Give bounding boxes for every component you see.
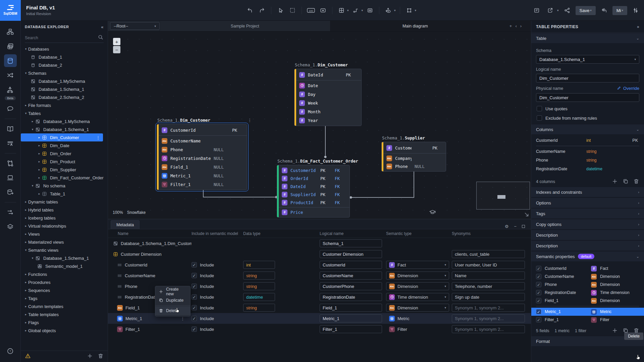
chevron-right-icon[interactable]: ▸ — [37, 144, 42, 147]
override-link[interactable]: Override — [617, 86, 639, 91]
chevron-right-icon[interactable]: ▸ — [37, 168, 42, 171]
share-icon[interactable] — [562, 5, 572, 15]
add-object-icon[interactable] — [87, 353, 93, 360]
next-diagram-icon[interactable]: › — [520, 23, 522, 28]
chevron-right-icon[interactable]: ▸ — [23, 240, 28, 244]
chevron-down-icon[interactable]: ▾ — [30, 128, 35, 131]
synonyms-field[interactable]: Name — [452, 272, 525, 280]
physical-name-field[interactable]: Dim_Customer — [536, 93, 639, 102]
tables-icon[interactable] — [4, 40, 17, 53]
metadata-maximize-icon[interactable] — [522, 225, 525, 228]
use-quotes-checkbox[interactable]: Use quotes — [537, 106, 639, 111]
sidebar-item-procedures[interactable]: ▸Procedures — [21, 278, 108, 286]
schema-select[interactable]: Database_1.Schema_1▾ — [536, 55, 639, 64]
compare-revisions-icon[interactable] — [4, 157, 17, 170]
sidebar-item-database-1[interactable]: Database_1 — [21, 53, 108, 61]
export-icon[interactable] — [545, 5, 555, 15]
pointer-tool-icon[interactable] — [275, 5, 285, 15]
table-column-customerid[interactable]: #CustomerIdPK — [157, 125, 247, 135]
kebab-menu-icon[interactable]: ⋮ — [180, 316, 185, 321]
chevron-right-icon[interactable]: ▸ — [37, 160, 42, 163]
semantic-field-filter_1[interactable]: ✓Filter_1Filter — [531, 316, 644, 324]
diagram-canvas[interactable]: + − Schema_1.Dim_Customer#DateIdPKDate#D… — [108, 32, 531, 219]
redo-icon[interactable] — [257, 5, 267, 15]
table-column-price[interactable]: #Price — [277, 208, 350, 216]
add-field-icon[interactable] — [612, 327, 618, 335]
diagram-table-dim_date[interactable]: Schema_1.Dim_Customer#DateIdPKDate#Day#W… — [294, 69, 362, 126]
minimap-viewport[interactable] — [497, 195, 505, 199]
marquee-select-icon[interactable] — [287, 5, 298, 15]
sidebar-item-virtual-relationships[interactable]: ▸Virtual relationships — [21, 222, 108, 230]
data-type-field[interactable]: string — [243, 272, 275, 280]
collapse-properties-icon[interactable]: » — [637, 24, 639, 29]
delete-column-icon[interactable] — [633, 178, 639, 185]
sidebar-item-dim-fact-customer-order[interactable]: ▸Dim_Fact_Customer_Order — [21, 174, 108, 182]
sidebar-item-database-1-myschema[interactable]: ▸Database_1.MySchema — [21, 117, 108, 125]
chevron-right-icon[interactable]: ▸ — [23, 321, 28, 324]
diagram-table-supplier[interactable]: Schema_1.Supplier#CustomerIdPKAbcCompany… — [381, 142, 446, 172]
add-column-icon[interactable] — [612, 178, 618, 185]
metadata-row-customerid[interactable]: CustomerId✓IncludeintCustomerId#Fact▾Use… — [108, 259, 531, 270]
semantic-field-customerid[interactable]: ✓CustomerId#Fact — [531, 264, 644, 273]
logical-name-field[interactable]: CustomerName — [320, 272, 382, 280]
section-description[interactable]: Description› — [531, 240, 644, 251]
sidebar-item-sequences[interactable]: ▸Sequences — [21, 286, 108, 294]
sidebar-item-dim-order[interactable]: ▸Dim_Order — [21, 149, 108, 158]
menu-item-delete[interactable]: Delete — [155, 306, 190, 315]
chevron-right-icon[interactable]: ▸ — [23, 224, 28, 228]
logical-name-field[interactable]: Field_1 — [320, 304, 382, 312]
chevron-down-icon[interactable]: ▾ — [30, 256, 35, 260]
metadata-row-customername[interactable]: CustomerName✓IncludestringCustomerNameAb… — [108, 270, 531, 281]
metadata-row-database-1-schema-1-dim-customer[interactable]: Database_1.Schema_1.Dim_CustomerSchema_1 — [108, 238, 531, 249]
zoom-100-button[interactable]: 100 — [306, 5, 316, 15]
undo-icon[interactable] — [245, 5, 255, 15]
menu-item-create-new[interactable]: Create new — [155, 287, 190, 296]
data-type-field[interactable]: datetime — [243, 293, 275, 301]
table-column-registrationdate[interactable]: RegistrationDateNULL — [157, 154, 247, 163]
field-checkbox[interactable]: ✓ — [536, 309, 541, 314]
glossary-icon[interactable] — [4, 137, 17, 149]
chevron-right-icon[interactable]: ▸ — [23, 200, 28, 203]
table-column-dateid[interactable]: #DateIdPK — [294, 70, 361, 79]
semantic-beta-icon[interactable] — [4, 83, 17, 96]
minimap-resize-icon[interactable] — [524, 212, 529, 218]
data-type-field[interactable]: int — [243, 261, 275, 269]
include-checkbox[interactable]: ✓ — [192, 284, 197, 289]
sidebar-item-tables[interactable]: ▾Tables — [21, 109, 108, 117]
semantic-type-select[interactable]: Metric — [386, 314, 449, 322]
sidebar-item-flags[interactable]: ▸Flags — [21, 318, 108, 326]
dialect-label[interactable]: Snowflake — [127, 210, 146, 215]
revert-all-icon[interactable] — [599, 5, 609, 15]
semantic-type-select[interactable]: Filter — [386, 325, 449, 333]
data-type-field[interactable]: string — [243, 282, 275, 290]
search-input[interactable] — [25, 36, 98, 40]
include-checkbox[interactable]: ✓ — [192, 326, 197, 332]
fit-screen-icon[interactable] — [318, 5, 328, 15]
logical-name-field[interactable]: Dim_Customer — [536, 74, 639, 82]
sidebar-item-views[interactable]: ▸Views — [21, 230, 108, 238]
save-button[interactable]: Save▾ — [576, 6, 596, 15]
warning-icon[interactable] — [25, 353, 31, 360]
zoom-in-button[interactable]: + — [113, 38, 120, 45]
metadata-row-filter-1[interactable]: Filter_1✓IncludeFilter_1FilterSynonym 1,… — [108, 324, 531, 335]
semantic-type-select[interactable]: #Fact▾ — [386, 261, 449, 269]
semantic-type-select[interactable]: AbcDimension▾ — [386, 282, 449, 290]
synonyms-field[interactable]: Synonym 1, synonym 2... — [452, 325, 525, 333]
table-column-customername[interactable]: AbcCustomerName — [157, 136, 247, 145]
semantic-field-metric_1[interactable]: ✓Metric_1Metric — [531, 308, 644, 316]
table-column-date[interactable]: Date — [294, 81, 361, 90]
field-checkbox[interactable]: ✓ — [536, 266, 541, 271]
sidebar-item-database-1-schema-1[interactable]: ▾Database_1.Schema_1 — [21, 254, 108, 262]
chevron-down-icon[interactable]: ▾ — [23, 71, 28, 75]
chevron-right-icon[interactable]: ▸ — [23, 329, 28, 332]
environments-icon[interactable] — [4, 220, 17, 233]
table-kebab-icon[interactable]: ⋮ — [248, 118, 252, 123]
chevron-right-icon[interactable]: ▸ — [37, 176, 42, 179]
synonyms-field[interactable]: clients, cust_table — [452, 250, 525, 258]
delete-object-icon[interactable] — [98, 353, 104, 360]
sidebar-item-table-1[interactable]: ▸Table_1 — [21, 190, 108, 198]
table-column-field_1[interactable]: AbcField_1NULL — [157, 163, 247, 171]
display-options-icon[interactable] — [383, 5, 393, 15]
database-icon[interactable] — [4, 54, 17, 67]
sidebar-item-schemas[interactable]: ▾Schemas — [21, 69, 108, 77]
